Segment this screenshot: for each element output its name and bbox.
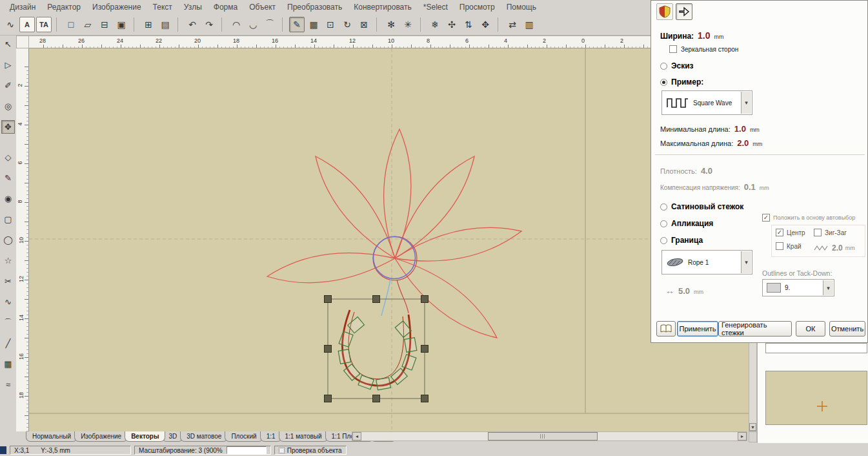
sketch-option[interactable]: Эскиз xyxy=(660,61,694,70)
zigzag-checkbox[interactable] xyxy=(814,229,822,236)
text-tool-button[interactable]: A xyxy=(19,17,35,32)
table-tool-button[interactable]: ▥ xyxy=(521,17,537,32)
freehand-tool-button[interactable]: ✎ xyxy=(1,171,15,185)
contract-tool-button[interactable]: ⇅ xyxy=(461,17,476,32)
center-checkbox[interactable] xyxy=(776,229,783,236)
dropdown-arrow-icon[interactable]: ▾ xyxy=(741,92,751,114)
sample-radio[interactable] xyxy=(660,79,667,86)
applique-option[interactable]: Апликация xyxy=(660,219,713,228)
mirror-checkbox[interactable] xyxy=(669,45,677,53)
satin-radio[interactable] xyxy=(660,203,667,211)
stitch-fill-tool-button[interactable]: ✎ xyxy=(289,17,305,32)
mirror-option[interactable]: Зеркальная сторон xyxy=(669,45,738,53)
cut-tool-button[interactable]: ✂ xyxy=(1,275,15,288)
selection-handle[interactable] xyxy=(421,395,429,402)
select-tool-button[interactable]: ↖ xyxy=(1,37,15,51)
import-design-button[interactable]: ⊟ xyxy=(97,17,112,32)
scroll-down-icon[interactable]: ▼ xyxy=(749,423,756,431)
apply-button[interactable]: Применить xyxy=(677,321,718,337)
tab-one-one-matte[interactable]: 1:1 матовый xyxy=(279,431,328,442)
preview-panel[interactable] xyxy=(765,371,867,425)
selection-handle[interactable] xyxy=(325,296,332,303)
resize-tool-button[interactable]: ⊠ xyxy=(356,17,372,32)
min-length-value[interactable]: 1.0 xyxy=(734,124,746,134)
menu-nodes[interactable]: Узлы xyxy=(178,1,208,14)
text-art-tool-button[interactable]: TA xyxy=(36,17,52,32)
redraw-tool-button[interactable] xyxy=(676,3,692,20)
spiral-tool-button[interactable]: ◉ xyxy=(1,192,15,205)
rotate-tool-button[interactable]: ↻ xyxy=(339,17,355,32)
menu-select[interactable]: *Select xyxy=(418,1,454,14)
menu-view[interactable]: Просмотр xyxy=(454,1,501,14)
dropdown-arrow-icon[interactable]: ▾ xyxy=(741,251,751,273)
scroll-left-icon[interactable]: ◂ xyxy=(352,432,361,440)
border-radio[interactable] xyxy=(660,237,667,244)
marquee-tool-button[interactable]: ⊡ xyxy=(323,17,338,32)
sample-option[interactable]: Пример: xyxy=(660,78,703,87)
star-tool-button[interactable]: ☆ xyxy=(1,254,15,267)
wave-style-select[interactable]: Square Wave ▾ xyxy=(661,90,752,115)
measure-tool-button[interactable]: ✐ xyxy=(1,79,15,92)
tab-vectors[interactable]: Векторы xyxy=(125,431,165,442)
edge-checkbox[interactable] xyxy=(776,242,783,250)
dropdown-arrow-icon[interactable]: ▾ xyxy=(823,280,833,295)
flower-outline[interactable] xyxy=(267,129,521,338)
sprig-pattern-tool-button[interactable]: ✣ xyxy=(444,17,459,32)
selection-handle[interactable] xyxy=(325,395,332,402)
save-design-button[interactable]: ▣ xyxy=(114,17,129,32)
zoom-tool-button[interactable]: ◎ xyxy=(1,99,15,113)
design-canvas[interactable] xyxy=(29,48,749,431)
tab-flat[interactable]: Плоский xyxy=(225,431,263,442)
max-length-value[interactable]: 2.0 xyxy=(737,138,749,148)
satin-option[interactable]: Сатиновый стежок xyxy=(660,202,743,211)
cancel-button[interactable]: Отменить xyxy=(829,321,865,337)
expand-tool-button[interactable]: ✥ xyxy=(478,17,493,32)
width-value[interactable]: 1.0 xyxy=(698,30,710,41)
copy-button[interactable]: ⊞ xyxy=(141,17,156,32)
mesh-tool-button[interactable]: ▦ xyxy=(1,357,15,371)
edge-option[interactable]: Край xyxy=(776,242,802,250)
center-option[interactable]: Центр xyxy=(776,229,805,236)
menu-shape[interactable]: Форма xyxy=(208,1,243,14)
curve-tool-button[interactable]: ⌒ xyxy=(262,17,278,32)
menu-object[interactable]: Объект xyxy=(243,1,281,14)
selection-handle[interactable] xyxy=(421,296,429,303)
undo-button[interactable]: ↶ xyxy=(185,17,200,32)
paste-button[interactable]: ▤ xyxy=(157,17,173,32)
circle-tool-button[interactable]: ◯ xyxy=(1,233,15,247)
arc-up-tool-button[interactable]: ◠ xyxy=(228,17,244,32)
selection-handle[interactable] xyxy=(373,395,380,402)
border-option[interactable]: Граница xyxy=(660,236,703,245)
sidebar-scrollbar[interactable] xyxy=(765,343,867,353)
auto-select-option[interactable]: Положить в основу автовыбор xyxy=(762,214,855,222)
tab-normal[interactable]: Нормальный xyxy=(26,431,77,442)
open-design-button[interactable]: ▱ xyxy=(80,17,96,32)
redo-button[interactable]: ↷ xyxy=(201,17,217,32)
arc-down-tool-button[interactable]: ◡ xyxy=(245,17,261,32)
new-design-button[interactable]: □ xyxy=(63,17,79,32)
selection-handle[interactable] xyxy=(421,346,429,353)
menu-design[interactable]: Дизайн xyxy=(4,1,41,14)
menu-text[interactable]: Текст xyxy=(147,1,178,14)
outlines-select[interactable]: 9. ▾ xyxy=(762,279,834,296)
zigzag-option[interactable]: Зиг-Заг xyxy=(814,229,847,236)
grid-tool-button[interactable]: ▦ xyxy=(306,17,321,32)
sketch-radio[interactable] xyxy=(660,63,667,70)
applique-radio[interactable] xyxy=(660,220,667,227)
knife-tool-button[interactable]: ╱ xyxy=(1,337,15,350)
horizontal-scroll-thumb[interactable] xyxy=(488,432,598,440)
node-select-tool-button[interactable]: ▷ xyxy=(1,58,15,72)
flower-pattern-tool-button[interactable]: ✻ xyxy=(383,17,399,32)
menu-editor[interactable]: Редактор xyxy=(41,1,86,14)
rope-style-select[interactable]: Rope 1 ▾ xyxy=(661,250,752,275)
align-tool-button[interactable]: ⇄ xyxy=(505,17,520,32)
rosette-pattern-tool-button[interactable]: ✳ xyxy=(400,17,416,32)
generate-stitches-button[interactable]: Генерировать стежки xyxy=(718,321,792,337)
menu-convert[interactable]: Конвертировать xyxy=(348,1,418,14)
arc-tool-button[interactable]: ⌒ xyxy=(1,316,15,329)
scroll-right-icon[interactable]: ▸ xyxy=(738,432,747,440)
wave-tool-button[interactable]: ≈ xyxy=(1,378,15,391)
selection-handle[interactable] xyxy=(373,296,380,303)
horizontal-scrollbar[interactable]: ◂ ▸ xyxy=(352,431,747,441)
menu-help[interactable]: Помощь xyxy=(501,1,542,14)
